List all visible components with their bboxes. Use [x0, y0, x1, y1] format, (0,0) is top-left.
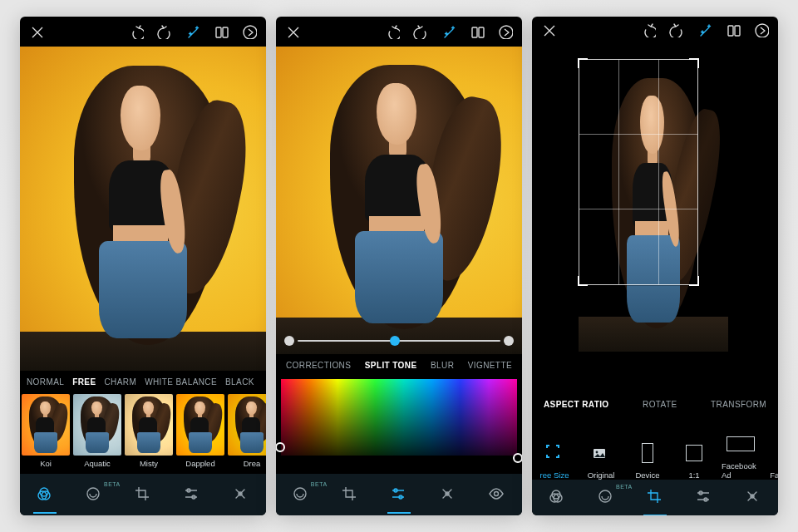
redo-icon[interactable]: [156, 23, 173, 40]
crop-handle-tr[interactable]: [689, 58, 699, 68]
tool-heal[interactable]: [431, 478, 465, 511]
close-icon[interactable]: [540, 22, 557, 38]
share-next-icon[interactable]: [753, 22, 770, 38]
adjust-category[interactable]: CORRECTIONS: [286, 361, 351, 370]
topbar: [20, 17, 266, 47]
aspect-preset-label: Original: [588, 470, 615, 480]
filter-thumbnail[interactable]: Aquatic: [73, 394, 121, 474]
undo-icon[interactable]: [640, 22, 657, 38]
undo-icon[interactable]: [128, 23, 145, 40]
beta-badge: BETA: [104, 481, 121, 487]
filter-thumbnail-label: Dappled: [185, 459, 214, 468]
slider-endpoint-left[interactable]: [284, 336, 294, 346]
filter-thumbnail[interactable]: Misty: [125, 394, 173, 474]
compare-icon[interactable]: [725, 22, 741, 38]
bottom-toolbar: BETA: [532, 480, 778, 515]
screen-filters: NORMALFREECHARMWHITE BALANCEBLACK KoiAqu…: [20, 17, 266, 515]
tool-crop[interactable]: [638, 480, 672, 514]
auto-enhance-icon[interactable]: [697, 22, 713, 38]
crop-tab[interactable]: ROTATE: [643, 400, 677, 409]
tool-adjust[interactable]: [382, 478, 416, 511]
crop-tab[interactable]: ASPECT RATIO: [544, 400, 609, 409]
aspect-ratio-presets[interactable]: ree SizeOriginalDevice1:1Facebook AdFace…: [532, 414, 778, 480]
redo-icon[interactable]: [412, 23, 429, 40]
topbar: [532, 17, 778, 42]
filter-thumbnail[interactable]: Drea: [228, 394, 266, 474]
aspect-preset-label: Device: [635, 470, 659, 480]
tool-adjust[interactable]: [687, 480, 721, 514]
aspect-preset-label: Facebook: [770, 470, 778, 480]
filter-category[interactable]: NORMAL: [27, 377, 64, 387]
adjust-category[interactable]: SPLIT TONE: [365, 361, 417, 370]
image-canvas[interactable]: [20, 47, 266, 371]
aspect-preset[interactable]: Facebook: [768, 441, 778, 480]
filter-thumbnail[interactable]: Dappled: [176, 394, 224, 474]
beta-badge: BETA: [616, 484, 633, 490]
crop-frame[interactable]: [579, 59, 698, 285]
aspect-preset-label: ree Size: [540, 470, 569, 480]
filter-category-row[interactable]: NORMALFREECHARMWHITE BALANCEBLACK: [20, 371, 266, 392]
filter-thumbnail-label: Drea: [244, 459, 261, 468]
filter-thumbnail-label: Aquatic: [84, 459, 111, 468]
aspect-preset[interactable]: 1:1: [675, 441, 713, 480]
adjust-category[interactable]: BLUR: [431, 361, 454, 370]
beta-badge: BETA: [311, 481, 328, 487]
compare-icon[interactable]: [213, 23, 229, 40]
tool-preview[interactable]: [480, 478, 514, 511]
tool-looks[interactable]: [28, 478, 62, 511]
slider-endpoint-right[interactable]: [504, 336, 514, 346]
aspect-preset-label: 1:1: [688, 470, 699, 480]
adjust-category[interactable]: VIGNETTE: [468, 361, 512, 370]
crop-handle-br[interactable]: [689, 276, 699, 286]
close-icon[interactable]: [28, 23, 45, 40]
tool-crop[interactable]: [333, 478, 367, 511]
crop-tab-row[interactable]: ASPECT RATIOROTATETRANSFORM: [532, 395, 778, 414]
topbar: [276, 17, 522, 47]
aspect-preset-label: Facebook Ad: [722, 461, 760, 480]
redo-icon[interactable]: [668, 22, 685, 38]
color-spectrum-picker[interactable]: [276, 376, 522, 461]
share-next-icon[interactable]: [241, 23, 258, 40]
bottom-toolbar: BETA: [276, 474, 522, 515]
compare-icon[interactable]: [469, 23, 485, 40]
tool-heal[interactable]: [736, 480, 770, 514]
tool-retouch[interactable]: BETA: [284, 478, 318, 511]
filter-category[interactable]: CHARM: [104, 377, 136, 387]
aspect-preset[interactable]: Original: [582, 441, 620, 480]
split-tone-slider[interactable]: [284, 336, 514, 346]
filter-category[interactable]: FREE: [72, 377, 96, 387]
tool-heal[interactable]: [224, 478, 258, 511]
undo-icon[interactable]: [384, 23, 401, 40]
auto-enhance-icon[interactable]: [185, 23, 201, 40]
filter-thumbnail[interactable]: Koi: [22, 394, 70, 474]
crop-canvas[interactable]: [532, 42, 778, 395]
aspect-preset[interactable]: ree Size: [535, 441, 574, 480]
aspect-preset[interactable]: Facebook Ad: [722, 431, 760, 480]
crop-handle-tl[interactable]: [578, 58, 588, 68]
crop-tab[interactable]: TRANSFORM: [711, 400, 766, 409]
tool-retouch[interactable]: BETA: [589, 480, 623, 514]
filter-thumbnail-row[interactable]: KoiAquaticMistyDappledDrea: [20, 392, 266, 474]
aspect-preset[interactable]: Device: [628, 441, 667, 480]
tool-adjust[interactable]: [175, 478, 209, 511]
spectrum-handle-highlights[interactable]: [513, 453, 522, 463]
screen-split-tone: CORRECTIONSSPLIT TONEBLURVIGNETTE BETA: [276, 17, 522, 515]
tool-retouch[interactable]: BETA: [77, 478, 111, 511]
tool-crop[interactable]: [126, 478, 160, 511]
adjustment-category-row[interactable]: CORRECTIONSSPLIT TONEBLURVIGNETTE: [276, 354, 522, 376]
auto-enhance-icon[interactable]: [441, 23, 457, 40]
filter-thumbnail-label: Koi: [40, 459, 52, 468]
slider-handle[interactable]: [390, 336, 400, 346]
crop-dim-right: [698, 59, 728, 285]
close-icon[interactable]: [284, 23, 301, 40]
share-next-icon[interactable]: [497, 23, 514, 40]
crop-handle-bl[interactable]: [578, 276, 588, 286]
bottom-toolbar: BETA: [20, 474, 266, 515]
filter-category[interactable]: WHITE BALANCE: [145, 377, 217, 387]
tool-looks[interactable]: [540, 480, 574, 514]
filter-category[interactable]: BLACK: [225, 377, 254, 387]
filter-thumbnail-label: Misty: [140, 459, 158, 468]
screen-crop: ASPECT RATIOROTATETRANSFORM ree SizeOrig…: [532, 17, 778, 515]
image-canvas[interactable]: [276, 47, 522, 354]
